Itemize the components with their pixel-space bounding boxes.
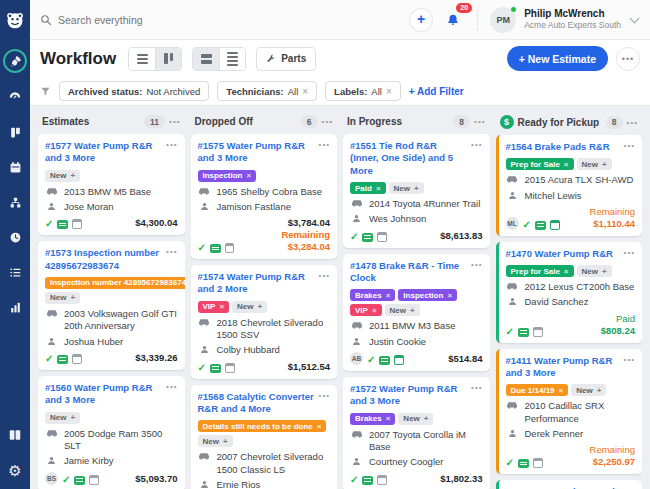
- card-tag[interactable]: VIP×: [350, 304, 382, 316]
- card-tag[interactable]: New+: [577, 158, 612, 170]
- order-card[interactable]: #1572 Water Pump R&R and 3 More ••• Brak…: [343, 377, 490, 489]
- card-title-link[interactable]: #1470 Water Pump R&R: [506, 248, 620, 260]
- card-tag[interactable]: Inspection number 42895672983674×: [45, 277, 185, 289]
- card-menu-button[interactable]: •••: [166, 247, 177, 272]
- card-tag[interactable]: Paid×: [350, 182, 386, 194]
- calendar-icon[interactable]: [4, 156, 26, 178]
- card-title-link[interactable]: #1478 Brake R&R - Time Clock: [350, 260, 467, 285]
- column-menu-button[interactable]: •••: [474, 117, 485, 126]
- card-title-link[interactable]: #1411 Water Pump R&R and 3 More: [506, 355, 620, 380]
- card-menu-button[interactable]: •••: [166, 382, 177, 407]
- order-card[interactable]: #1560 Water Pump R&R and 3 More ••• New+…: [38, 376, 185, 489]
- card-tag[interactable]: New+: [45, 170, 80, 182]
- card-menu-button[interactable]: •••: [471, 260, 482, 285]
- settings-gear-icon[interactable]: ⚙: [4, 459, 26, 481]
- card-menu-button[interactable]: •••: [319, 391, 330, 416]
- book-icon[interactable]: [4, 424, 26, 446]
- card-customer: Mitchel Lewis: [506, 190, 636, 202]
- card-title-link[interactable]: #1551 Tie Rod R&R (Inner, One Side) and …: [350, 140, 467, 177]
- card-title-link[interactable]: #1560 Water Pump R&R and 3 More: [45, 382, 162, 407]
- order-card[interactable]: #1564 Brake Pads R&R ••• Prep for Sale×N…: [496, 135, 643, 236]
- card-tag[interactable]: New+: [385, 304, 420, 316]
- card-tag[interactable]: Brakes×: [350, 413, 395, 425]
- person-icon: [506, 191, 519, 200]
- card-menu-button[interactable]: •••: [471, 383, 482, 408]
- card-tag[interactable]: New+: [577, 265, 612, 277]
- shopmonkey-logo-icon[interactable]: [0, 0, 30, 40]
- order-card[interactable]: #1411 Water Pump R&R and 3 More ••• Due …: [496, 349, 643, 474]
- close-icon[interactable]: ×: [386, 86, 392, 97]
- card-menu-button[interactable]: •••: [319, 271, 330, 296]
- card-tag[interactable]: New+: [389, 182, 424, 194]
- filter-chip-labels[interactable]: Labels: All ×: [325, 81, 401, 101]
- card-menu-button[interactable]: •••: [166, 140, 177, 165]
- column-menu-button[interactable]: •••: [169, 117, 180, 126]
- filter-chip-archived-status[interactable]: Archived status: Not Archived: [59, 81, 209, 101]
- order-card[interactable]: #1478 Brake R&R - Time Clock ••• Brakes×…: [343, 254, 490, 371]
- more-options-button[interactable]: •••: [616, 47, 640, 71]
- order-card[interactable]: #1573 Inspection number 42895672983674 •…: [38, 241, 185, 370]
- card-title-link[interactable]: #1574 Water Pump R&R and 2 More: [198, 271, 315, 296]
- order-card[interactable]: #1577 Water Pump R&R and 3 More ••• New+…: [38, 134, 185, 235]
- add-filter-button[interactable]: + Add Filter: [409, 86, 464, 97]
- card-title-link[interactable]: #1564 Brake Pads R&R: [506, 141, 620, 153]
- card-tag[interactable]: New+: [45, 412, 80, 424]
- card-title-link[interactable]: #1575 Water Pump R&R and 3 More: [198, 140, 315, 165]
- user-avatar[interactable]: PM: [490, 7, 516, 33]
- card-tag[interactable]: Details still needs to be done×: [198, 420, 327, 432]
- card-title-link[interactable]: #1577 Water Pump R&R and 3 More: [45, 140, 162, 165]
- card-tag[interactable]: New+: [571, 384, 606, 396]
- org-chart-icon[interactable]: [4, 191, 26, 213]
- card-title-link[interactable]: #1568 Catalytic Converter R&R and 4 More: [198, 391, 315, 416]
- list-view-button[interactable]: [129, 48, 155, 70]
- divider: [477, 9, 478, 31]
- card-tag[interactable]: New+: [45, 292, 80, 304]
- card-tag[interactable]: Prep for Sale×: [506, 265, 574, 277]
- order-card[interactable]: #1387 Restoration 1 and 1 More ••• Detai…: [496, 480, 643, 489]
- card-tag[interactable]: Due 1/14/19×: [506, 384, 569, 396]
- order-card[interactable]: #1551 Tie Rod R&R (Inner, One Side) and …: [343, 134, 490, 248]
- chevron-down-icon[interactable]: [630, 13, 640, 23]
- order-card[interactable]: #1574 Water Pump R&R and 2 More ••• VIP×…: [191, 265, 338, 379]
- card-tag[interactable]: Brakes×: [350, 289, 395, 301]
- parts-button[interactable]: Parts: [256, 47, 316, 71]
- appointment-calendar-icon: [225, 243, 235, 253]
- comfortable-density-button[interactable]: [193, 48, 219, 70]
- card-tag[interactable]: Prep for Sale×: [506, 158, 574, 170]
- search-input[interactable]: [58, 14, 258, 26]
- card-menu-button[interactable]: •••: [471, 140, 482, 177]
- column-menu-button[interactable]: •••: [322, 117, 333, 126]
- card-tag[interactable]: New+: [398, 413, 433, 425]
- order-card[interactable]: #1575 Water Pump R&R and 3 More ••• Insp…: [191, 134, 338, 259]
- card-menu-button[interactable]: •••: [624, 248, 635, 260]
- card-tag[interactable]: VIP×: [198, 301, 230, 313]
- kanban-view-button[interactable]: [155, 48, 181, 70]
- card-tag[interactable]: New+: [198, 435, 233, 447]
- compact-density-button[interactable]: [219, 48, 245, 70]
- filter-chip-technicians[interactable]: Technicians: All ×: [217, 81, 317, 101]
- new-estimate-button[interactable]: + New Estimate: [507, 46, 608, 71]
- dashboard-icon[interactable]: [4, 86, 26, 108]
- clock-icon[interactable]: [4, 226, 26, 248]
- card-tag[interactable]: Inspection×: [198, 170, 257, 182]
- card-menu-button[interactable]: •••: [624, 355, 635, 380]
- order-card[interactable]: #1470 Water Pump R&R ••• Prep for Sale×N…: [496, 242, 643, 343]
- workflow-rocket-icon[interactable]: [3, 49, 27, 73]
- card-title-link[interactable]: #1572 Water Pump R&R and 3 More: [350, 383, 467, 408]
- order-card[interactable]: #1568 Catalytic Converter R&R and 4 More…: [191, 385, 338, 489]
- card-tag[interactable]: Inspection×: [398, 289, 457, 301]
- card-menu-button[interactable]: •••: [624, 141, 635, 153]
- card-tag[interactable]: New+: [232, 301, 267, 313]
- workflow-board-icon[interactable]: [4, 121, 26, 143]
- list-icon[interactable]: [4, 261, 26, 283]
- card-menu-button[interactable]: •••: [319, 140, 330, 165]
- bar-chart-icon[interactable]: [4, 296, 26, 318]
- notifications-button[interactable]: 20: [441, 8, 465, 32]
- close-icon[interactable]: ×: [302, 86, 308, 97]
- quick-add-button[interactable]: +: [409, 8, 433, 32]
- card-title-link[interactable]: #1573 Inspection number 42895672983674: [45, 247, 162, 272]
- user-meta[interactable]: Philip McWrench Acme Auto Experts South: [524, 8, 621, 30]
- inspection-board-icon: [57, 220, 68, 229]
- column-menu-button[interactable]: •••: [627, 118, 638, 127]
- authorized-check-icon: ✓: [350, 232, 358, 242]
